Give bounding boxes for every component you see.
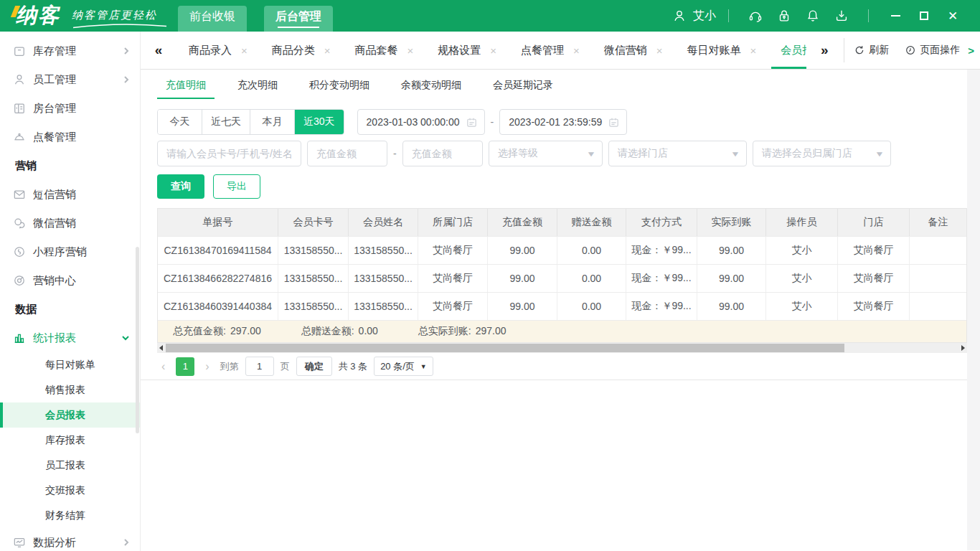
goto-page-input[interactable] [245,357,274,376]
sidebar-item-label: 统计报表 [33,331,76,345]
subtab-member-extension-records[interactable]: 会员延期记录 [484,70,562,101]
page-operations-button[interactable]: 页面操作 [897,44,968,57]
query-button[interactable]: 查询 [157,174,204,199]
sidebar-item-ordering-mgmt[interactable]: 点餐管理 [0,123,140,151]
tab-member-report[interactable]: 会员报表 × [768,32,806,69]
sidebar-item-miniprogram-marketing[interactable]: 小程序营销 [0,237,140,266]
target-icon [12,273,27,288]
scrollbar-thumb[interactable] [166,344,844,352]
tabs-scroll-right-icon[interactable]: » [806,42,842,58]
caret-down-icon: ▼ [875,150,885,158]
window-minimize-button[interactable] [881,15,910,17]
vertical-scrollbar-track[interactable] [967,70,980,550]
support-button[interactable] [741,8,770,24]
sidebar-subitem-sales-report[interactable]: 销售报表 [0,377,140,402]
scroll-left-arrow-icon[interactable] [159,345,163,351]
sidebar-subitem-finance-settlement[interactable]: 财务结算 [0,503,140,528]
table-row[interactable]: CZ16138460391440384 133158550... 1331585… [158,292,966,320]
front-cashier-label: 前台收银 [189,9,235,24]
backoffice-button[interactable]: 后台管理 [264,6,333,32]
sidebar-item-stats-report[interactable]: 统计报表 [0,324,140,352]
subtab-times-detail[interactable]: 充次明细 [229,70,286,101]
sidebar-subitem-inventory-report[interactable]: 库存报表 [0,428,140,453]
cell-actual-amount: 99.00 [697,293,766,320]
preset-last7days-button[interactable]: 近七天 [202,110,250,134]
cell-remark [910,265,966,292]
tab-spec-settings[interactable]: 规格设置 × [425,32,509,69]
preset-last30days-button[interactable]: 近30天 [295,110,344,134]
sidebar-item-inventory-mgmt[interactable]: 库存管理 [0,37,140,65]
amount-min-input[interactable] [307,141,387,166]
table-row[interactable]: CZ16138470169411584 133158550... 1331585… [158,236,966,264]
tabs-scroll-left-icon[interactable]: « [141,32,176,69]
close-tab-icon[interactable]: × [324,44,331,57]
window-close-button[interactable]: ✕ [938,10,967,22]
sidebar-item-data-analysis[interactable]: 数据分析 [0,528,140,551]
front-cashier-button[interactable]: 前台收银 [178,6,247,32]
sidebar-subitem-daily-statement[interactable]: 每日对账单 [0,352,140,377]
store-select[interactable]: 请选择门店 ▼ [608,141,747,166]
cell-actual-amount: 99.00 [697,237,766,264]
user-icon [672,8,687,24]
level-select[interactable]: 选择等级 ▼ [489,141,603,166]
maximize-icon [920,11,928,20]
amount-max-input[interactable] [402,141,483,166]
preset-this-month-button[interactable]: 本月 [250,110,295,134]
subtab-points-change-detail[interactable]: 积分变动明细 [301,70,378,101]
export-button[interactable]: 导出 [213,174,260,199]
column-header: 充值金额 [488,209,557,236]
tab-daily-statement[interactable]: 每日对账单 × [675,32,769,69]
lock-button[interactable] [770,8,798,24]
close-tab-icon[interactable]: × [490,44,496,57]
horizontal-scrollbar[interactable] [157,343,967,353]
tab-wechat-marketing[interactable]: 微信营销 × [592,32,675,69]
page-size-select[interactable]: 20 条/页 ▼ [374,357,433,376]
close-tab-icon[interactable]: × [750,44,757,57]
sidebar-subitem-member-report[interactable]: 会员报表 [0,402,140,428]
sidebar-subitem-shift-report[interactable]: 交班报表 [0,478,140,503]
headset-icon [748,8,763,24]
subtab-balance-change-detail[interactable]: 余额变动明细 [392,70,470,101]
close-tab-icon[interactable]: × [573,44,580,57]
more-actions-icon[interactable]: > [968,44,980,57]
close-tab-icon[interactable]: × [241,44,248,57]
bell-icon [805,8,821,24]
scroll-right-arrow-icon[interactable] [961,345,965,351]
prev-page-icon[interactable]: ‹ [157,360,169,373]
window-maximize-button[interactable] [910,11,938,20]
tab-goods-combo[interactable]: 商品套餐 × [343,32,426,69]
preset-today-button[interactable]: 今天 [158,110,202,134]
tab-ordering-mgmt[interactable]: 点餐管理 × [509,32,592,69]
main-area: « 商品录入 × 商品分类 × 商品套餐 × 规格设置 × 点餐管理 × [141,32,980,551]
date-preset-group: 今天 近七天 本月 近30天 [157,109,344,135]
member-store-select[interactable]: 请选择会员归属门店 ▼ [753,141,891,166]
chevron-down-icon [121,334,130,342]
tab-goods-entry[interactable]: 商品录入 × [176,32,260,69]
end-date-input[interactable]: 2023-02-01 23:59:59 [499,109,627,135]
download-button[interactable] [827,8,856,24]
user-menu[interactable]: 艾小 [672,8,716,24]
calendar-icon [608,116,620,128]
close-tab-icon[interactable]: × [407,44,414,57]
confirm-page-button[interactable]: 确定 [296,357,332,376]
sidebar-subitem-staff-report[interactable]: 员工报表 [0,453,140,478]
notifications-button[interactable] [798,8,827,24]
sidebar-item-wechat-marketing[interactable]: 微信营销 [0,209,140,237]
subtab-recharge-detail[interactable]: 充值明细 [157,70,215,101]
refresh-button[interactable]: 刷新 [846,44,897,57]
next-page-icon[interactable]: › [201,360,213,373]
sidebar-item-marketing-center[interactable]: 营销中心 [0,266,140,295]
table-row[interactable]: CZ16138466282274816 133158550... 1331585… [158,264,966,292]
tab-goods-category[interactable]: 商品分类 × [260,32,343,69]
sidebar-item-staff-mgmt[interactable]: 员工管理 [0,65,140,94]
tab-label: 商品套餐 [355,44,398,57]
start-date-input[interactable]: 2023-01-03 00:00:00 [357,109,485,135]
sidebar-scrollbar[interactable] [136,247,139,433]
lock-icon [776,8,792,24]
sidebar-item-sms-marketing[interactable]: 短信营销 [0,180,140,209]
close-tab-icon[interactable]: × [656,44,663,57]
page-number-button[interactable]: 1 [176,357,194,376]
sidebar-item-room-mgmt[interactable]: 房台管理 [0,94,140,123]
cell-operator: 艾小 [766,293,838,320]
member-search-input[interactable] [157,141,301,166]
